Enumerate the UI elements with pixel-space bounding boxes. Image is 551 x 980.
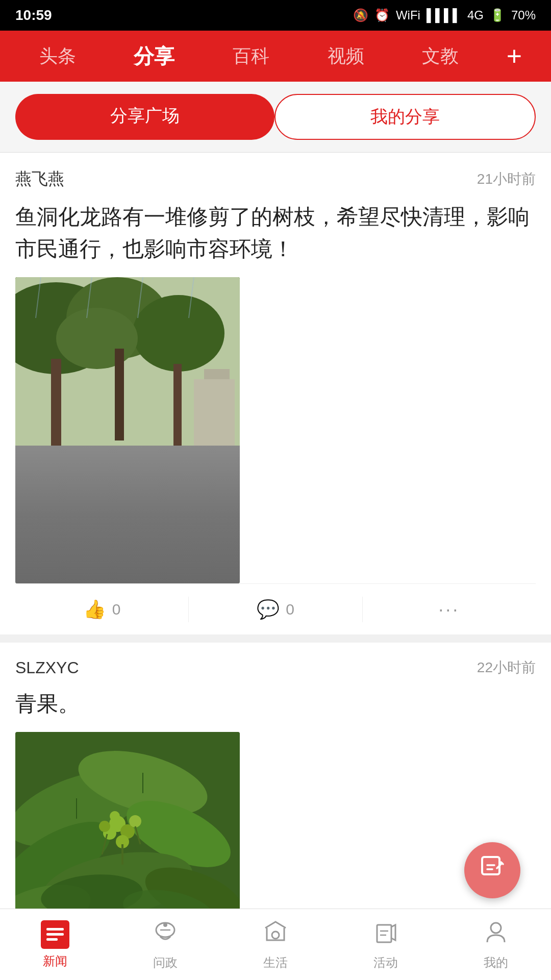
status-time: 10:59 (15, 7, 52, 23)
svg-point-42 (99, 821, 110, 832)
bottom-nav-activity[interactable]: 活动 (331, 919, 441, 971)
svg-rect-8 (15, 456, 240, 583)
more-label-1: ··· (438, 599, 460, 620)
nav-share[interactable]: 分享 (123, 37, 185, 76)
svg-point-58 (272, 932, 279, 939)
fab-compose-button[interactable] (464, 842, 520, 898)
svg-rect-13 (97, 502, 148, 532)
svg-rect-26 (194, 379, 235, 461)
svg-point-18 (166, 489, 181, 504)
svg-rect-10 (20, 451, 122, 466)
svg-rect-27 (204, 369, 230, 379)
post-image-1 (15, 277, 240, 583)
nav-wiki[interactable]: 百科 (222, 39, 280, 74)
like-button-1[interactable]: 👍 0 (15, 584, 188, 634)
mute-icon: 🔕 (353, 8, 368, 22)
bottom-nav-activity-label: 活动 (373, 954, 398, 971)
svg-point-17 (78, 526, 96, 544)
nav-headlines[interactable]: 头条 (29, 39, 86, 74)
post-header-1: 燕飞燕 21小时前 (15, 168, 536, 190)
post-card-1: 燕飞燕 21小时前 鱼洞化龙路有一堆修剪了的树枝，希望尽快清理，影响市民通行，也… (0, 153, 551, 634)
svg-point-57 (163, 923, 167, 927)
status-icons: 🔕 ⏰ WiFi ▌▌▌▌ 4G 🔋 70% (353, 8, 536, 22)
svg-point-41 (129, 815, 141, 827)
svg-point-44 (110, 811, 120, 821)
bottom-nav: 新闻 问政 生活 (0, 909, 551, 980)
signal-icon: ▌▌▌▌ (427, 8, 461, 22)
sub-nav: 分享广场 我的分享 (0, 82, 551, 153)
svg-rect-6 (115, 349, 124, 440)
top-nav: 头条 分享 百科 视频 文教 + (0, 31, 551, 82)
activity-icon (373, 919, 398, 950)
tab-share-square[interactable]: 分享广场 (15, 94, 274, 140)
bottom-nav-mine[interactable]: 我的 (441, 919, 551, 971)
status-bar: 10:59 🔕 ⏰ WiFi ▌▌▌▌ 4G 🔋 70% (0, 0, 551, 31)
svg-point-3 (133, 295, 224, 372)
bottom-nav-politics[interactable]: 问政 (110, 919, 220, 971)
politics-icon (153, 919, 178, 950)
svg-point-62 (491, 923, 501, 933)
svg-rect-7 (173, 364, 182, 446)
comment-button-1[interactable]: 💬 0 (189, 584, 362, 634)
post-time-2: 22小时前 (477, 658, 536, 677)
battery-icon: 🔋 (490, 8, 505, 22)
nav-culture[interactable]: 文教 (412, 39, 469, 74)
bottom-nav-news[interactable]: 新闻 (0, 920, 110, 969)
post-content-2: 青果。 (15, 688, 536, 720)
svg-rect-14 (107, 492, 138, 507)
svg-line-20 (161, 512, 170, 527)
post-username-2: SLZXYC (15, 658, 79, 677)
post-header-2: SLZXYC 22小时前 (15, 658, 536, 677)
network-icon: 4G (467, 8, 484, 22)
bottom-nav-mine-label: 我的 (484, 954, 508, 971)
comment-count-1: 0 (286, 601, 294, 618)
svg-point-4 (56, 308, 138, 369)
like-icon-1: 👍 (83, 599, 106, 620)
svg-rect-11 (26, 458, 102, 469)
post-username-1: 燕飞燕 (15, 168, 64, 190)
post-time-1: 21小时前 (477, 169, 536, 189)
mine-icon (483, 919, 509, 950)
svg-rect-19 (170, 504, 177, 529)
svg-point-16 (129, 524, 152, 546)
tab-my-share[interactable]: 我的分享 (274, 94, 536, 140)
svg-line-21 (177, 512, 184, 522)
more-button-1[interactable]: ··· (363, 584, 536, 634)
battery-level: 70% (511, 8, 536, 22)
life-icon (263, 919, 288, 950)
nav-add-button[interactable]: + (507, 41, 522, 71)
comment-icon-1: 💬 (257, 599, 280, 620)
post-card-2: SLZXYC 22小时前 青果。 (0, 643, 551, 936)
svg-rect-9 (15, 461, 240, 471)
svg-rect-12 (18, 453, 69, 461)
bottom-nav-news-label: 新闻 (43, 953, 67, 969)
svg-point-15 (93, 524, 116, 546)
post-content-1: 鱼洞化龙路有一堆修剪了的树枝，希望尽快清理，影响市民通行，也影响市容环境！ (15, 201, 536, 265)
nav-video[interactable]: 视频 (317, 39, 374, 74)
like-count-1: 0 (112, 601, 121, 618)
bottom-nav-life[interactable]: 生活 (220, 919, 331, 971)
bottom-nav-politics-label: 问政 (153, 954, 178, 971)
news-icon (41, 920, 69, 949)
wifi-icon: WiFi (396, 8, 420, 22)
svg-rect-5 (51, 359, 61, 461)
post-actions-1: 👍 0 💬 0 ··· (15, 583, 536, 634)
post-image-2 (15, 732, 240, 936)
bottom-nav-life-label: 生活 (263, 954, 288, 971)
svg-rect-59 (377, 925, 391, 942)
compose-icon (479, 854, 506, 887)
alarm-icon: ⏰ (374, 8, 390, 22)
